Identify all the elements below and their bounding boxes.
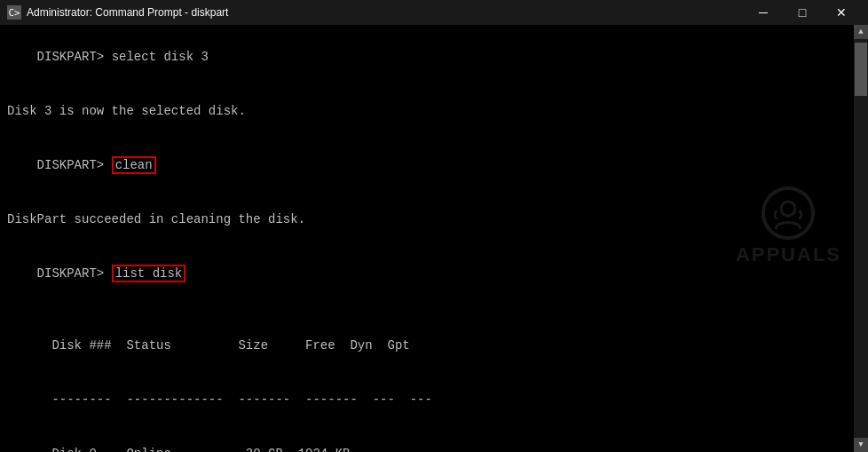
maximize-button[interactable]: □ <box>783 0 822 25</box>
line-blank-5 <box>7 300 847 318</box>
line-list-disk: DISKPART> list disk <box>7 247 847 301</box>
prompt-list: DISKPART> <box>37 266 112 281</box>
cmd-clean: clean <box>112 156 156 174</box>
line-clean-success: DiskPart succeeded in cleaning the disk. <box>7 210 847 228</box>
titlebar-left: C> Administrator: Command Prompt - diskp… <box>7 5 228 20</box>
line-clean: DISKPART> clean <box>7 139 847 193</box>
scrollbar-thumb[interactable] <box>855 43 867 96</box>
line-select-disk: DISKPART> select disk 3 <box>7 30 847 84</box>
line-blank-3 <box>7 193 847 210</box>
titlebar-title: Administrator: Command Prompt - diskpart <box>27 6 228 19</box>
disk-row-0: Disk 0 Online 30 GB 1024 KB <box>7 427 847 452</box>
line-blank-4 <box>7 228 847 246</box>
titlebar: C> Administrator: Command Prompt - diskp… <box>0 0 868 25</box>
cmd-list-disk: list disk <box>112 265 186 282</box>
disk-table-header: Disk ### Status Size Free Dyn Gpt <box>7 319 847 373</box>
scrollbar: ▲ ▼ <box>854 25 868 452</box>
line-disk3-selected: Disk 3 is now the selected disk. <box>7 102 847 120</box>
terminal-content: DISKPART> select disk 3 Disk 3 is now th… <box>0 25 854 452</box>
titlebar-controls: ─ □ ✕ <box>744 0 861 25</box>
prompt-clean: DISKPART> <box>37 158 112 172</box>
disk-table-sep: -------- ------------- ------- ------- -… <box>7 373 847 427</box>
prompt: DISKPART> <box>37 50 112 64</box>
scroll-up-button[interactable]: ▲ <box>854 25 868 39</box>
scroll-down-button[interactable]: ▼ <box>854 438 868 452</box>
line-blank-2 <box>7 120 847 138</box>
line-blank-1 <box>7 84 847 102</box>
minimize-button[interactable]: ─ <box>744 0 783 25</box>
cmd-icon: C> <box>7 5 21 20</box>
scrollbar-track[interactable] <box>854 39 868 438</box>
close-button[interactable]: ✕ <box>822 0 861 25</box>
